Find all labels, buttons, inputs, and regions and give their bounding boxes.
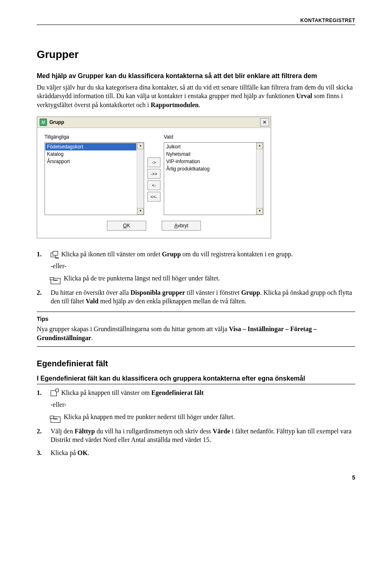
step-text: Välj den <box>51 428 75 435</box>
step-text: . <box>88 449 89 456</box>
list-item[interactable]: VIP-information <box>165 158 256 165</box>
page-title: Grupper <box>37 47 355 62</box>
step-text: om du vill registrera kontakten i en gru… <box>181 251 293 258</box>
intro-rapportmodulen: Rapportmodulen <box>151 101 198 108</box>
list-item[interactable]: Katalog <box>45 150 136 158</box>
selected-listbox[interactable]: Julkort Nyhetsmail VIP-information Årlig… <box>164 142 263 215</box>
step-text: du vill ha i rullgardinsmenyn och skriv … <box>95 428 212 435</box>
section-title: Egendefinierat fält <box>37 358 355 369</box>
step-bold: Värde <box>213 428 230 435</box>
move-left-button[interactable]: <- <box>147 180 160 190</box>
scroll-down-button[interactable]: ▾ <box>137 208 144 215</box>
list-item[interactable]: Nyhetsmail <box>165 150 256 158</box>
scrollbar[interactable]: ▴ ▾ <box>137 143 144 215</box>
or-text: -eller- <box>51 400 355 409</box>
step-bold: Egendefinierat fält <box>151 389 203 396</box>
intro-urval: Urval <box>296 92 312 99</box>
list-item[interactable]: Årlig produktkatalog <box>165 165 256 173</box>
move-right-button[interactable]: -> <box>147 157 160 167</box>
list-item[interactable]: Årsrapport <box>45 158 136 165</box>
dialog-title: Grupp <box>49 119 64 126</box>
step-bold: Grupp <box>241 289 260 296</box>
tips-box: Tips Nya grupper skapas i Grundinställni… <box>37 312 355 347</box>
step-text: Du hittar en översikt över alla <box>51 289 131 296</box>
scroll-up-button[interactable]: ▴ <box>137 143 144 149</box>
step-number: 1. <box>37 388 46 423</box>
step-bold: OK <box>78 449 88 456</box>
tips-text: Nya grupper skapas i Grundinställningarn… <box>37 325 229 332</box>
header-label: KONTAKTREGISTRET <box>301 17 355 24</box>
step-number: 3. <box>37 448 46 457</box>
step-text: till vänster i fönstret <box>185 289 241 296</box>
lead-text: Med hjälp av Grupper kan du klassificera… <box>37 72 355 81</box>
step-text: Klicka på ikonen till vänster om ordet <box>60 251 162 258</box>
list-item[interactable]: Julkort <box>165 143 256 150</box>
step-bold: Grupp <box>162 251 181 258</box>
or-text: -eller- <box>51 262 355 271</box>
header-rule <box>37 25 355 25</box>
scrollbar[interactable]: ▴ ▾ <box>256 143 263 215</box>
step-text: Klicka på <box>51 449 78 456</box>
available-label: Tillgängliga <box>45 134 144 140</box>
tips-title: Tips <box>37 315 355 323</box>
step-number: 2. <box>37 427 46 444</box>
move-all-right-button[interactable]: ->> <box>147 169 160 179</box>
step-text: Klicka på de tre punkterna längst ned ti… <box>62 275 220 282</box>
grupp-dialog: M Grupp ✕ Tillgängliga Födelsedagskort K… <box>37 117 271 238</box>
ellipsis-field-icon: ••• <box>51 278 60 284</box>
intro-paragraph: Du väljer själv hur du ska kategorisera … <box>37 83 355 110</box>
step-bold: Vald <box>86 298 98 305</box>
tips-text: . <box>91 334 93 341</box>
dialog-titlebar: M Grupp ✕ <box>37 117 271 128</box>
list-item[interactable]: Födelsedagskort <box>45 143 136 150</box>
step-number: 2. <box>37 288 46 306</box>
step-text: Klicka på knappen med tre punkter neders… <box>62 413 235 420</box>
scroll-down-button[interactable]: ▾ <box>256 208 263 215</box>
ok-button[interactable]: OK <box>107 221 146 231</box>
page-number: 5 <box>37 474 355 482</box>
available-listbox[interactable]: Födelsedagskort Katalog Årsrapport ▴ ▾ <box>45 142 144 215</box>
window-cascade-icon <box>51 251 58 258</box>
step-text: Klicka på knappen till vänster om <box>60 389 151 396</box>
close-icon[interactable]: ✕ <box>260 118 269 126</box>
table-properties-icon <box>51 390 58 396</box>
section-lead: I Egendefinierat fält kan du klassificer… <box>37 374 355 384</box>
move-all-left-button[interactable]: <<- <box>147 192 160 202</box>
ellipsis-field-icon: ••• <box>51 417 60 423</box>
step-text: med hjälp av den enkla pilknappen mellan… <box>98 298 246 305</box>
step-number: 1. <box>37 250 46 284</box>
step-bold: Fälttyp <box>75 428 95 435</box>
step-bold: Disponibla grupper <box>131 289 185 296</box>
selected-label: Vald <box>164 134 263 140</box>
app-icon: M <box>40 119 47 126</box>
cancel-button[interactable]: Avbryt <box>162 221 201 231</box>
scroll-up-button[interactable]: ▴ <box>256 143 263 149</box>
